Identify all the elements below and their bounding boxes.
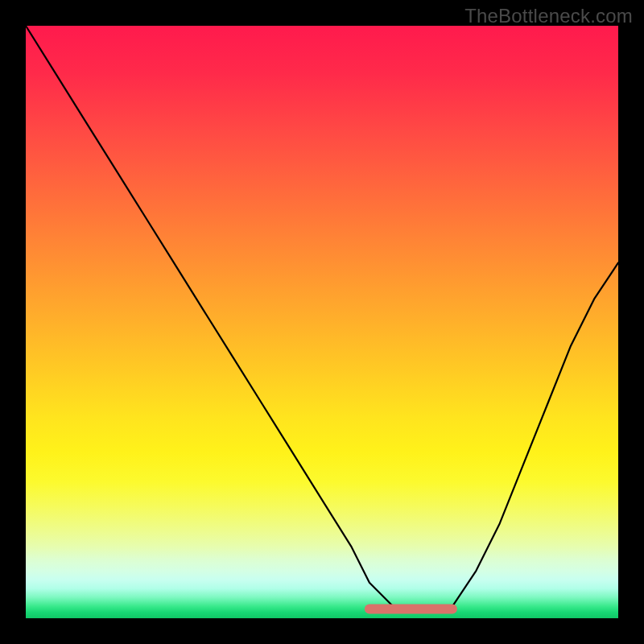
curve-svg — [26, 26, 618, 618]
chart-frame: TheBottleneck.com — [0, 0, 644, 644]
bottleneck-curve — [26, 26, 618, 613]
watermark-text: TheBottleneck.com — [464, 5, 633, 27]
plot-area — [26, 26, 618, 618]
